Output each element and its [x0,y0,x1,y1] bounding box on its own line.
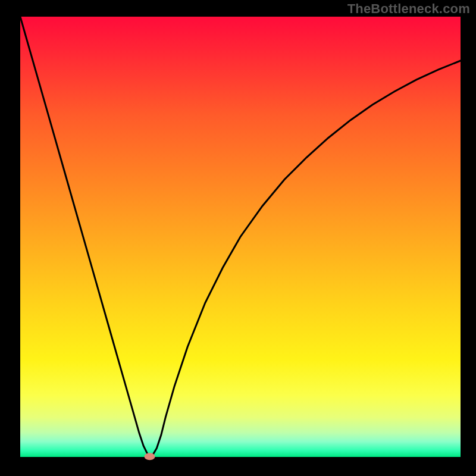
watermark-text: TheBottleneck.com [347,1,470,17]
chart-frame: TheBottleneck.com [0,0,476,476]
optimum-marker [145,453,155,460]
bottleneck-chart [0,0,476,476]
